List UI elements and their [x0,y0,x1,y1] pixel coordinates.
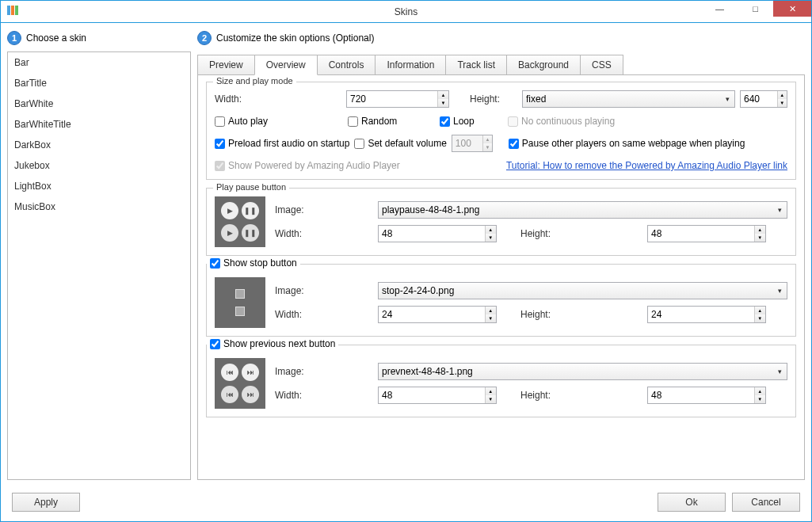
loop-label: Loop [453,116,475,127]
playpause-width-spinner[interactable]: ▲▼ [378,225,497,242]
skin-item[interactable]: BarWhite [8,93,190,114]
spinner-down-icon[interactable]: ▼ [486,234,496,242]
skin-item[interactable]: DarkBox [8,135,190,155]
window-title: Skins [395,6,417,17]
playpause-height-input[interactable] [648,226,754,242]
step2-header: 2 Customize the skin options (Optional) [197,29,805,47]
tab-overview[interactable]: Overview [254,55,318,75]
defvol-label: Set default volume [368,138,446,149]
stop-width-spinner[interactable]: ▲▼ [378,306,497,323]
tab-controls[interactable]: Controls [317,55,376,74]
prevnext-height-input[interactable] [648,387,754,403]
maximize-button[interactable]: □ [738,1,773,17]
tab-preview[interactable]: Preview [197,55,255,74]
spinner-up-icon[interactable]: ▲ [755,226,765,234]
skin-item[interactable]: Jukebox [8,155,190,176]
apply-button[interactable]: Apply [12,493,80,512]
spinner-down-icon: ▼ [483,143,492,151]
defvol-checkbox[interactable]: Set default volume [354,138,446,149]
skin-item[interactable]: MusicBox [8,196,190,217]
stop-legend-checkbox[interactable]: Show stop button [207,257,300,269]
step2-label: Customize the skin options (Optional) [216,32,374,44]
random-checkbox[interactable]: Random [348,116,435,127]
footer: Apply Ok Cancel [1,486,811,521]
playpause-height-spinner[interactable]: ▲▼ [647,225,766,242]
close-button[interactable]: ✕ [773,1,811,17]
tab-background[interactable]: Background [506,55,581,74]
prevnext-image-label: Image: [275,366,370,377]
skin-list[interactable]: BarBarTitleBarWhiteBarWhiteTitleDarkBoxJ… [7,51,191,480]
tutorial-link[interactable]: Tutorial: How to remove the Powered by A… [506,160,787,171]
skin-item[interactable]: Bar [8,52,190,73]
pause-icon: ❚❚ [242,202,259,219]
autoplay-label: Auto play [228,116,268,127]
autoplay-checkbox[interactable]: Auto play [215,116,343,127]
prevnext-legend-checkbox[interactable]: Show previous next button [207,338,338,349]
prevnext-height-spinner[interactable]: ▲▼ [647,387,766,404]
step1-label: Choose a skin [26,32,86,44]
ok-button[interactable]: Ok [658,493,726,512]
playpause-width-input[interactable] [379,226,485,242]
nocontinuous-checkbox: No continuous playing [508,116,615,127]
stop-image-value: stop-24-24-0.png [382,285,454,296]
prevnext-width-input[interactable] [379,387,485,403]
spinner-up-icon[interactable]: ▲ [486,387,496,395]
width-input[interactable] [347,91,437,107]
prev-icon: ⏮ [221,364,238,381]
spinner-down-icon[interactable]: ▼ [755,234,765,242]
stop-height-label: Height: [520,309,639,320]
prevnext-width-spinner[interactable]: ▲▼ [378,387,497,404]
prevnext-preview: ⏮⏭ ⏮⏭ [215,358,265,409]
titlebar[interactable]: Skins — □ ✕ [1,1,811,23]
height-input[interactable] [741,91,777,107]
tab-css[interactable]: CSS [580,55,623,74]
nocontinuous-label: No continuous playing [521,116,615,127]
step1-badge: 1 [7,31,21,45]
stop-fieldset: Show stop button Image: stop-24-24-0.png [206,264,796,337]
spinner-up-icon[interactable]: ▲ [755,307,765,314]
tab-bar: PreviewOverviewControlsInformationTrack … [197,55,805,74]
spinner-down-icon[interactable]: ▼ [486,314,496,322]
tab-information[interactable]: Information [375,55,446,74]
prevnext-fieldset: Show previous next button ⏮⏭ ⏮⏭ Image: p… [206,345,796,417]
defvol-spinner: ▲▼ [452,135,493,152]
prevnext-legend-label: Show previous next button [223,338,335,349]
prev-icon: ⏮ [221,386,238,403]
prevnext-image-select[interactable]: prevnext-48-48-1.png [378,363,787,380]
spinner-up-icon[interactable]: ▲ [486,226,496,234]
height-mode-select[interactable]: fixed [522,90,735,108]
spinner-down-icon[interactable]: ▼ [755,314,765,322]
stop-width-input[interactable] [379,307,485,322]
preload-checkbox[interactable]: Preload first audio on startup [215,138,349,149]
spinner-up-icon[interactable]: ▲ [755,387,765,395]
minimize-button[interactable]: — [702,1,738,17]
pause-icon: ❚❚ [242,224,259,242]
stop-height-input[interactable] [648,307,754,322]
stop-image-select[interactable]: stop-24-24-0.png [378,282,787,299]
spinner-down-icon[interactable]: ▼ [486,395,496,403]
tab-track-list[interactable]: Track list [445,55,507,74]
cancel-button[interactable]: Cancel [732,493,800,512]
spinner-up-icon[interactable]: ▲ [438,91,448,99]
skin-item[interactable]: BarTitle [8,73,190,93]
playpause-height-label: Height: [520,228,639,239]
stop-height-spinner[interactable]: ▲▼ [647,306,766,323]
height-mode-value: fixed [526,93,546,105]
height-spinner[interactable]: ▲▼ [740,90,787,108]
skin-item[interactable]: LightBox [8,176,190,196]
spinner-up-icon[interactable]: ▲ [486,307,496,314]
stop-width-label: Width: [275,309,370,320]
spinner-up-icon[interactable]: ▲ [778,91,787,99]
pauseothers-checkbox[interactable]: Pause other players on same webpage when… [509,138,745,149]
spinner-down-icon[interactable]: ▼ [438,99,448,107]
spinner-down-icon[interactable]: ▼ [778,99,787,107]
skin-item[interactable]: BarWhiteTitle [8,114,190,135]
content-area: 1 Choose a skin BarBarTitleBarWhiteBarWh… [1,23,811,486]
random-label: Random [361,116,397,127]
playpause-image-select[interactable]: playpause-48-48-1.png [378,201,787,219]
width-spinner[interactable]: ▲▼ [346,90,449,108]
tab-content-overview: Size and play mode Width: ▲▼ Height: fix… [197,74,805,480]
loop-checkbox[interactable]: Loop [440,116,503,127]
spinner-down-icon[interactable]: ▼ [755,395,765,403]
app-icon [7,6,20,18]
